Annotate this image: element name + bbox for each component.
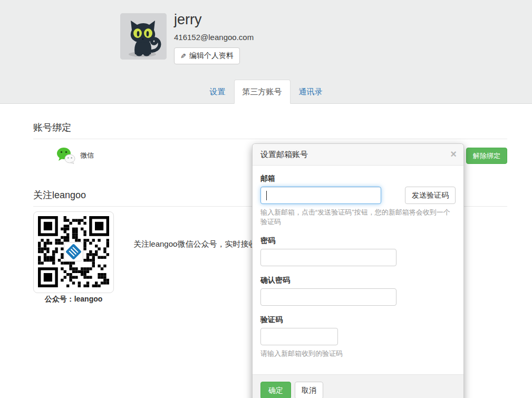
profile-header: jerry 416152@leangoo.com ✎ 编辑个人资料 设置 第三方… <box>0 0 532 104</box>
close-icon[interactable]: × <box>450 149 457 159</box>
wechat-label: 微信 <box>80 151 94 160</box>
profile-name: jerry <box>174 12 202 28</box>
unbind-button[interactable]: 解除绑定 <box>466 148 507 164</box>
verification-code-input[interactable] <box>260 328 338 345</box>
confirm-button[interactable]: 确定 <box>260 382 291 398</box>
email-row: 发送验证码 <box>260 187 456 204</box>
wechat-icon <box>56 147 75 164</box>
modal-header: 设置邮箱账号 × <box>253 144 463 166</box>
pencil-icon: ✎ <box>180 52 186 60</box>
verification-code-group: 验证码 请输入新邮箱收到的验证码 <box>260 315 456 358</box>
text-cursor <box>266 191 267 200</box>
email-help-text: 输入新邮箱，点击“发送验证码”按钮，您的新邮箱将会收到一个验证码 <box>260 208 456 227</box>
confirm-password-label: 确认密码 <box>260 276 456 285</box>
confirm-password-group: 确认密码 <box>260 276 456 306</box>
send-code-button[interactable]: 发送验证码 <box>405 187 456 204</box>
tab-bar: 设置 第三方账号 通讯录 <box>0 80 532 104</box>
modal-footer: 确定 取消 <box>253 374 463 398</box>
qr-code-image <box>38 216 109 288</box>
verification-code-label: 验证码 <box>260 315 456 325</box>
password-label: 密码 <box>260 236 456 246</box>
qr-block: 公众号：leangoo <box>33 211 114 304</box>
set-email-modal: 设置邮箱账号 × 邮箱 发送验证码 输入新邮箱，点击“发送验证码”按钮，您的新邮… <box>252 143 464 398</box>
wechat-account: 微信 <box>56 147 94 164</box>
email-label: 邮箱 <box>260 174 456 183</box>
account-binding-title: 账号绑定 <box>33 121 507 134</box>
tab-settings[interactable]: 设置 <box>201 80 234 104</box>
tab-contacts[interactable]: 通讯录 <box>291 80 331 104</box>
cat-avatar-image <box>120 13 167 60</box>
tab-third-party-accounts[interactable]: 第三方账号 <box>234 80 291 104</box>
divider <box>33 139 507 139</box>
password-input[interactable] <box>260 249 396 266</box>
avatar <box>120 13 167 60</box>
modal-title: 设置邮箱账号 <box>260 150 456 159</box>
cancel-button[interactable]: 取消 <box>295 382 323 398</box>
qr-code <box>33 211 114 293</box>
email-group: 邮箱 发送验证码 输入新邮箱，点击“发送验证码”按钮，您的新邮箱将会收到一个验证… <box>260 174 456 227</box>
confirm-password-input[interactable] <box>260 288 396 306</box>
profile-email: 416152@leangoo.com <box>174 33 254 42</box>
email-input[interactable] <box>260 187 381 204</box>
verification-code-help-text: 请输入新邮箱收到的验证码 <box>260 349 456 358</box>
edit-profile-label: 编辑个人资料 <box>189 51 234 61</box>
password-group: 密码 <box>260 236 456 266</box>
qr-caption: 公众号：leangoo <box>33 295 114 304</box>
follow-description: 关注leangoo微信公众号，实时接收 <box>133 239 256 304</box>
modal-body: 邮箱 发送验证码 输入新邮箱，点击“发送验证码”按钮，您的新邮箱将会收到一个验证… <box>253 166 463 374</box>
edit-profile-button[interactable]: ✎ 编辑个人资料 <box>174 47 240 64</box>
